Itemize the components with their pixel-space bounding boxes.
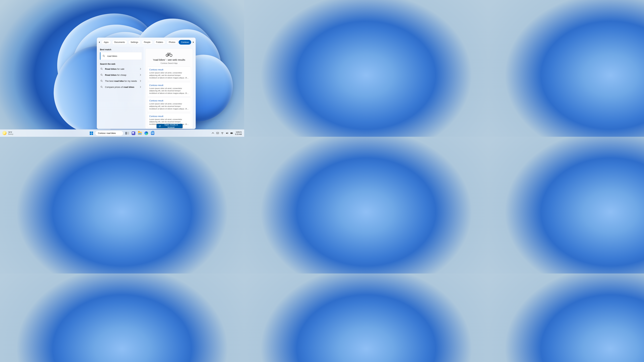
preview-title: 'road bikes' - see web results <box>153 58 185 61</box>
results-left-pane: Best match road bikes Search the web Roa… <box>97 47 144 129</box>
svg-point-9 <box>101 74 102 75</box>
taskbar-search-box[interactable] <box>95 131 123 136</box>
volume-icon[interactable] <box>226 132 228 135</box>
store-button[interactable] <box>150 131 155 136</box>
svg-rect-27 <box>232 133 233 133</box>
result-snippet: Lorem ipsum dolor sit amet, consectetur … <box>149 103 189 110</box>
svg-rect-28 <box>231 133 232 134</box>
svg-line-12 <box>102 81 103 82</box>
edge-icon <box>144 131 148 135</box>
result-snippet: Lorem ipsum dolor sit amet, consectetur … <box>149 71 189 79</box>
scope-pill-photos[interactable]: Photos <box>166 40 178 44</box>
windows-logo-icon <box>90 132 93 135</box>
search-web-heading: Search the web <box>100 63 142 65</box>
result-title: Contoso result <box>149 115 189 117</box>
search-result-card[interactable]: Contoso resultLorem ipsum dolor sit amet… <box>147 97 191 112</box>
teams-chat-button[interactable] <box>131 131 136 136</box>
scope-pill-contoso[interactable]: Contoso <box>178 40 191 44</box>
task-view-button[interactable] <box>124 131 130 136</box>
search-icon <box>100 73 103 76</box>
input-indicator-icon[interactable] <box>216 132 219 135</box>
result-title: Contoso result <box>149 99 189 102</box>
weather-sunny-icon <box>3 131 6 135</box>
svg-line-10 <box>102 75 103 76</box>
preview-pane: 'road bikes' - see web results Contoso S… <box>144 47 196 129</box>
scope-scroll-left[interactable] <box>98 40 100 44</box>
task-view-icon <box>125 132 129 135</box>
scope-pill-apps[interactable]: Apps <box>102 40 111 44</box>
svg-rect-19 <box>216 132 219 134</box>
taskbar-date: 10/6/21 <box>236 131 242 133</box>
tray-overflow-chevron[interactable] <box>212 132 214 135</box>
best-match-label: road bikes <box>107 55 117 57</box>
teams-icon <box>132 131 135 135</box>
best-match-heading: Best match <box>100 48 142 51</box>
result-title: Contoso result <box>149 68 189 71</box>
best-match-item[interactable]: road bikes <box>100 52 142 60</box>
file-explorer-button[interactable] <box>137 131 142 136</box>
svg-line-8 <box>102 69 103 70</box>
weather-condition: Sunny <box>8 133 13 135</box>
chevron-right-icon <box>140 80 141 82</box>
scope-pill-people[interactable]: People <box>142 40 153 44</box>
weather-temp: 78°F <box>8 131 13 133</box>
svg-line-14 <box>102 87 103 88</box>
taskbar: 78°F Sunny 10 <box>0 129 244 137</box>
svg-point-11 <box>101 80 102 81</box>
taskbar-time: 9:28 AM <box>235 133 242 135</box>
edge-button[interactable] <box>144 131 149 136</box>
chevron-right-icon <box>140 86 141 88</box>
search-result-card[interactable]: Contoso resultLorem ipsum dolor sit amet… <box>147 66 191 81</box>
search-icon <box>100 67 103 70</box>
chevron-right-icon <box>140 68 141 70</box>
web-suggestion[interactable]: Road bikes for cheap <box>100 72 142 78</box>
chevron-right-icon <box>140 74 141 76</box>
result-snippet: Lorem ipsum dolor sit amet, consectetur … <box>149 87 189 95</box>
scope-pill-folders[interactable]: Folders <box>154 40 166 44</box>
svg-point-7 <box>101 68 102 69</box>
battery-icon[interactable] <box>230 132 233 135</box>
svg-line-6 <box>104 56 105 57</box>
scope-pill-settings[interactable]: Settings <box>128 40 140 44</box>
rewards-icon[interactable] <box>196 41 196 44</box>
search-flyout: AppsDocumentsSettingsPeopleFoldersPhotos… <box>97 37 196 129</box>
preview-subtitle: Contoso Search App <box>161 62 178 64</box>
start-button[interactable] <box>89 131 94 136</box>
wifi-icon[interactable] <box>221 132 224 135</box>
open-in-browser-button[interactable]: Open results in browser <box>157 124 183 128</box>
search-flyout-header: AppsDocumentsSettingsPeopleFoldersPhotos… <box>97 38 196 47</box>
scope-scroll-right[interactable] <box>192 40 194 44</box>
svg-point-25 <box>222 134 222 134</box>
search-icon <box>100 80 103 82</box>
web-suggestion[interactable]: The best road bike for my needs <box>100 78 142 84</box>
scope-pill-documents[interactable]: Documents <box>112 40 127 44</box>
preview-card: 'road bikes' - see web results Contoso S… <box>145 48 193 129</box>
taskbar-clock[interactable]: 10/6/21 9:28 AM <box>235 131 242 135</box>
search-icon <box>100 86 103 88</box>
taskbar-weather-widget[interactable]: 78°F Sunny <box>0 131 13 135</box>
search-result-card[interactable]: Contoso resultLorem ipsum dolor sit amet… <box>147 82 191 96</box>
store-icon <box>151 132 154 135</box>
web-suggestion[interactable]: Compare prices of road bikes <box>100 84 142 90</box>
taskbar-search-input[interactable] <box>98 132 123 134</box>
open-in-browser-label: Open results in browser <box>162 124 180 128</box>
svg-point-16 <box>170 54 172 56</box>
web-suggestion[interactable]: Road bikes for sale <box>100 66 142 72</box>
search-icon <box>102 55 105 57</box>
file-explorer-icon <box>138 132 142 135</box>
svg-point-13 <box>101 86 102 87</box>
bicycle-icon <box>165 52 173 57</box>
result-title: Contoso result <box>149 84 189 86</box>
svg-point-5 <box>103 55 104 56</box>
